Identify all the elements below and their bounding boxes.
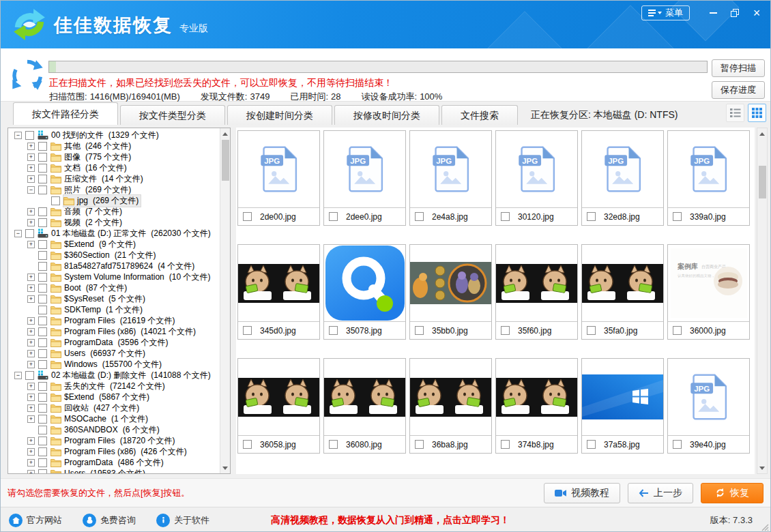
file-checkbox[interactable] [329,212,338,221]
file-checkbox[interactable] [243,440,252,449]
file-cell[interactable]: 36080.jpg [323,358,406,454]
tree-item[interactable]: +$Extend(9 个文件) [8,239,220,250]
file-cell[interactable]: JPG32ed8.jpg [581,130,664,226]
file-cell[interactable]: 36ba8.jpg [409,358,492,454]
expand-icon[interactable]: + [27,284,35,292]
tab-by-file-type[interactable]: 按文件类型分类 [120,105,225,125]
tutorial-promo-link[interactable]: 高清视频教程，数据恢复从入门到精通，点击立即学习！ [271,514,510,527]
save-progress-button[interactable]: 保存进度 [712,81,765,99]
expand-icon[interactable]: + [27,383,35,390]
expand-icon[interactable]: + [27,164,35,172]
file-cell[interactable]: 345d0.jpg [237,244,320,340]
file-checkbox[interactable] [673,326,682,335]
file-checkbox[interactable] [415,212,424,221]
expand-icon[interactable]: + [27,459,35,467]
file-checkbox[interactable] [415,326,424,335]
tree-checkbox[interactable] [38,142,47,151]
expand-icon[interactable]: + [27,295,35,303]
expand-icon[interactable]: + [27,361,35,368]
scroll-up-icon[interactable] [757,129,767,138]
file-cell[interactable]: 35bb0.jpg [409,244,492,340]
tree-item[interactable]: +ProgramData(3596 个文件) [8,337,220,348]
collapse-icon[interactable]: − [14,132,22,139]
tree-checkbox[interactable] [38,469,47,475]
expand-icon[interactable]: + [27,143,35,150]
file-cell[interactable]: 36058.jpg [237,358,320,454]
tree-item[interactable]: +Windows(155700 个文件) [8,359,220,370]
file-cell[interactable]: 案例库自营商业产品认真做好的精品文物，让生活更美好36000.jpg [667,244,750,340]
tree-item[interactable]: +Users(19583 个文件) [8,468,220,474]
file-cell[interactable]: 37a58.jpg [581,358,664,454]
tree-scroll-thumb[interactable] [222,140,229,181]
file-cell[interactable]: JPG2dee0.jpg [323,130,406,226]
scroll-down-icon[interactable] [757,463,767,473]
tree-item[interactable]: −照片(269 个文件) [8,184,220,195]
recover-button[interactable]: 恢复 [701,483,763,503]
tree-checkbox[interactable] [38,447,47,456]
tree-checkbox[interactable] [38,284,47,293]
tree-checkbox[interactable] [38,306,47,314]
expand-icon[interactable]: + [27,339,35,346]
tree-item[interactable]: jpg(269 个文件) [8,195,220,206]
official-website-link[interactable]: 官方网站 [9,514,62,527]
tree-item[interactable]: +丢失的文件(72142 个文件) [8,381,220,391]
tree-checkbox[interactable] [38,240,47,249]
file-checkbox[interactable] [587,212,596,221]
file-checkbox[interactable] [673,440,682,449]
tree-checkbox[interactable] [38,437,47,445]
tree-checkbox[interactable] [38,262,47,271]
file-checkbox[interactable] [243,212,252,221]
menu-button[interactable]: 菜单 [641,5,690,20]
tree-checkbox[interactable] [38,153,47,162]
pause-scan-button[interactable]: 暂停扫描 [712,59,765,77]
tree-checkbox[interactable] [38,295,47,304]
file-cell[interactable]: 35fa0.jpg [581,244,664,340]
tree-checkbox[interactable] [38,415,47,424]
expand-icon[interactable]: + [27,415,35,423]
tree-item[interactable]: +MSOCache(1 个文件) [8,413,220,424]
file-cell[interactable]: JPG39e40.jpg [667,358,750,454]
file-checkbox[interactable] [243,326,252,335]
tree-item[interactable]: +文档(16 个文件) [8,162,220,173]
file-checkbox[interactable] [587,440,596,449]
tree-item[interactable]: +ProgramData(486 个文件) [8,457,220,468]
tree-checkbox[interactable] [38,404,47,413]
close-button[interactable]: × [746,5,768,21]
tree-item[interactable]: +图像(775 个文件) [8,151,220,162]
tree-item[interactable]: +$SysReset(5 个文件) [8,293,220,304]
tree-checkbox[interactable] [51,196,60,205]
file-checkbox[interactable] [501,212,510,221]
tree-checkbox[interactable] [38,251,47,260]
tree-item[interactable]: +Boot(87 个文件) [8,282,220,293]
tree-item[interactable]: +其他(246 个文件) [8,141,220,151]
expand-icon[interactable]: + [27,328,35,336]
expand-icon[interactable]: + [27,241,35,248]
tree-checkbox[interactable] [38,338,47,347]
tree-checkbox[interactable] [38,316,47,325]
tree-item[interactable]: +$Extend(5867 个文件) [8,391,220,402]
tree-checkbox[interactable] [38,360,47,369]
tree-checkbox[interactable] [38,393,47,402]
tree-item[interactable]: +回收站(427 个文件) [8,402,220,413]
expand-icon[interactable]: + [27,175,35,183]
tree-item[interactable]: +Program Files (x86)(14021 个文件) [8,326,220,337]
scroll-down-icon[interactable] [220,463,230,473]
file-checkbox[interactable] [329,326,338,335]
expand-icon[interactable]: + [27,437,35,445]
scroll-up-icon[interactable] [220,129,230,138]
tree-scrollbar[interactable] [220,128,230,473]
file-checkbox[interactable] [501,440,510,449]
file-cell[interactable]: JPG2de00.jpg [237,130,320,226]
collapse-icon[interactable]: − [27,186,35,194]
tree-item[interactable]: +压缩文件(14 个文件) [8,173,220,184]
expand-icon[interactable]: + [27,317,35,325]
grid-scroll-thumb[interactable] [759,166,766,198]
tree-checkbox[interactable] [25,371,34,380]
tree-checkbox[interactable] [38,164,47,173]
expand-icon[interactable]: + [27,350,35,357]
tree-checkbox[interactable] [38,327,47,336]
list-view-button[interactable] [726,104,744,122]
tree-checkbox[interactable] [38,458,47,467]
tree-checkbox[interactable] [25,229,34,238]
file-checkbox[interactable] [587,326,596,335]
